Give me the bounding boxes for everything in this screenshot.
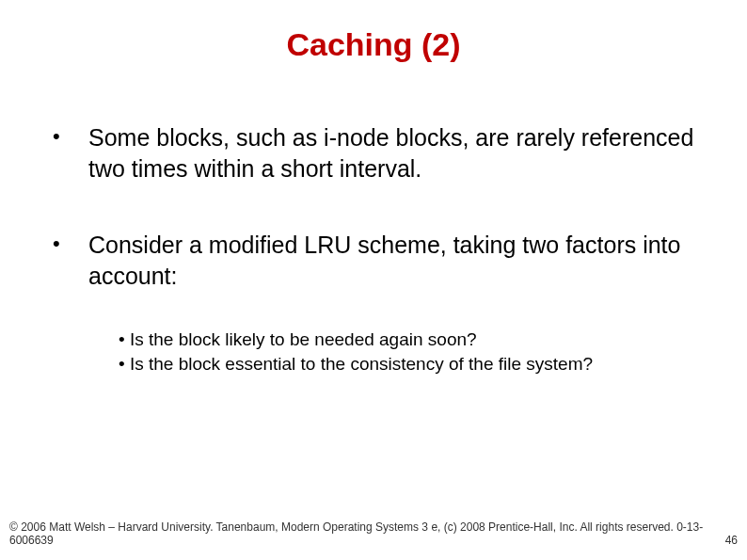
bullet-item: • Consider a modified LRU scheme, taking… xyxy=(53,230,709,292)
sub-bullet-text: Is the block essential to the consistenc… xyxy=(130,354,593,374)
sub-bullet-text: Is the block likely to be needed again s… xyxy=(130,329,477,349)
content-area: • Some blocks, such as i-node blocks, ar… xyxy=(53,122,709,376)
slide: Caching (2) • Some blocks, such as i-nod… xyxy=(0,0,747,560)
sub-bullet-item: • Is the block essential to the consiste… xyxy=(119,352,709,376)
bullet-icon: • xyxy=(53,230,88,258)
bullet-text: Consider a modified LRU scheme, taking t… xyxy=(88,230,709,292)
bullet-icon: • xyxy=(53,122,88,151)
slide-number: 46 xyxy=(725,534,738,547)
bullet-text: Some blocks, such as i-node blocks, are … xyxy=(88,122,709,184)
sub-bullet-item: • Is the block likely to be needed again… xyxy=(119,328,709,352)
sub-bullets: • Is the block likely to be needed again… xyxy=(119,328,709,376)
footer-credits: © 2006 Matt Welsh – Harvard University. … xyxy=(9,520,738,547)
slide-title: Caching (2) xyxy=(0,26,747,63)
bullet-item: • Some blocks, such as i-node blocks, ar… xyxy=(53,122,709,184)
